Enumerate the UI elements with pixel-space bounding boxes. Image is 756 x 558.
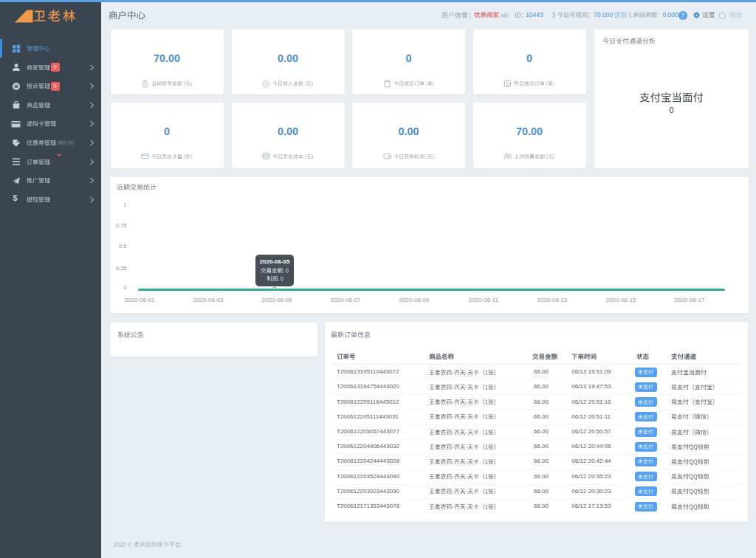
svg-text:¥: ¥ bbox=[265, 81, 268, 86]
svg-text:¥: ¥ bbox=[144, 82, 146, 86]
